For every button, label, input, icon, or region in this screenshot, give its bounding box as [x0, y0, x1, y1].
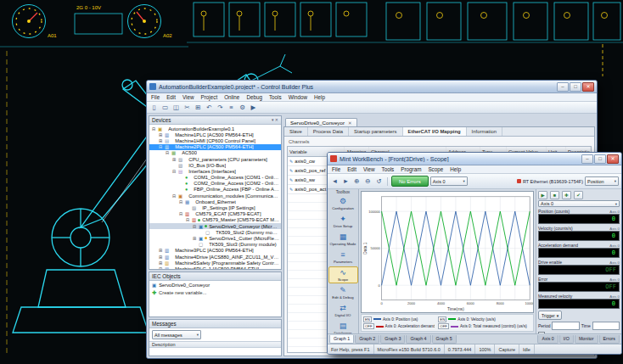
side-tab[interactable]: Errors [599, 335, 620, 344]
side-tab[interactable]: Monitor [575, 335, 598, 344]
toolbar-icon[interactable]: ► [341, 176, 351, 186]
iec-object-item[interactable]: ▣ ServoDrive0_Conveyor [149, 281, 281, 288]
scope-chart[interactable]: 0200040006000800010000050000100000Time(m… [361, 191, 534, 313]
time-input[interactable] [592, 322, 620, 330]
spy-toolbar-icon[interactable]: ▶ [538, 191, 547, 199]
toolbar-icon[interactable]: ▯ [149, 103, 159, 112]
spy-toolbar-icon[interactable]: ✔ [574, 191, 583, 199]
toolbar-icon[interactable]: ▭ [160, 103, 170, 112]
menu-item[interactable]: Program [401, 166, 421, 172]
toolbox-item[interactable]: ▦ Operating Mode [328, 231, 358, 248]
toolbar-icon[interactable]: ⊞ [194, 103, 203, 112]
tree-expander-icon[interactable]: ⊞ [171, 157, 177, 162]
legend-item[interactable]: OFF Axis 0: Acceleration demand (us/s/s) [363, 323, 435, 331]
menu-item[interactable]: Tools [382, 166, 395, 172]
editor-tab[interactable]: EtherCAT I/O Mapping [403, 127, 467, 136]
legend-enable-toggle[interactable]: OFF [438, 323, 449, 329]
tab-close-icon[interactable]: ✕ [348, 120, 352, 126]
toolbar-icon[interactable]: ⚙ [238, 103, 247, 112]
spy-toolbar-icon[interactable]: ■ [550, 191, 559, 199]
menu-item[interactable]: Edit [166, 94, 176, 100]
tree-expander-icon[interactable]: ⊟ [165, 150, 170, 155]
menu-item[interactable]: Help [450, 166, 461, 172]
legend-item[interactable]: EN Axis 0: Position (us) [363, 316, 435, 323]
menu-item[interactable]: File [332, 166, 340, 172]
menu-item[interactable]: Edit [347, 166, 356, 172]
editor-tab[interactable]: Information [467, 127, 502, 136]
legend-enable-toggle[interactable]: OFF [363, 323, 374, 329]
legend-item[interactable]: OFF Axis 0: Total measured (control) (us… [438, 323, 531, 331]
panel-controls[interactable]: ▾ ✕ [272, 117, 278, 123]
tree-item[interactable]: ⊟ ▣ ServoDrive0_Conveyor (MicroFlex e150… [149, 223, 281, 229]
spy-display-axis[interactable]: Axis 0 [609, 227, 620, 231]
tree-expander-icon[interactable]: ⊟ [192, 224, 197, 229]
side-tab[interactable]: Axis 0 [537, 335, 558, 344]
menu-item[interactable]: Tools [269, 94, 282, 100]
tree-item[interactable]: ● COM1_Online_Access [COM1 - Online Acce… [149, 175, 281, 181]
maximize-button[interactable]: □ [570, 82, 581, 92]
spy-display-axis[interactable]: Axis 0 [609, 260, 620, 265]
tree-item[interactable]: ▢ TK509_Slot3 (Dummy module) [149, 242, 281, 248]
menu-item[interactable]: View [363, 166, 375, 172]
menu-item[interactable]: File [151, 94, 160, 100]
tree-expander-icon[interactable]: ⊟ [178, 211, 183, 216]
tree-item[interactable]: ▢ TK509_Slot2 (Dummy module) [149, 229, 281, 235]
tree-item[interactable]: ⊞ ▣ ServoDrive1_Cutter (MicroFlex e150) [149, 235, 281, 241]
toolbar-icon[interactable]: ⊕ [352, 176, 362, 186]
editor-tab[interactable]: Startup parameters [349, 127, 402, 136]
graph-tab[interactable]: Graph 4 [406, 335, 430, 344]
toolbox-item[interactable]: ✦ Drive Setup [328, 213, 358, 230]
minimize-button[interactable]: – [581, 154, 593, 164]
toolbar-icon[interactable]: ↶ [205, 103, 214, 112]
tree-item[interactable]: ⊞ ▤ Machine1HMI [CP600 Control Panel] [149, 137, 281, 143]
legend-enable-toggle[interactable]: EN [363, 316, 372, 322]
mode-dropdown[interactable]: Position ▾ [585, 176, 619, 186]
tree-expander-icon[interactable]: ⊞ [158, 248, 163, 253]
menu-item[interactable]: View [182, 94, 194, 100]
toolbar-icon[interactable]: ⊖ [363, 176, 373, 186]
spy-display-axis[interactable]: Axis 0 [609, 294, 620, 299]
tree-item[interactable]: ● COM2_Online_Access [COM2 - Online Acce… [149, 181, 281, 187]
legend-item[interactable]: EN Axis 0: Velocity (us/s) [438, 316, 531, 323]
graph-tab[interactable]: Graph 3 [380, 335, 405, 344]
toolbar-icon[interactable]: ◫ [171, 103, 181, 112]
tree-expander-icon[interactable]: ⊞ [158, 138, 163, 143]
graph-tab[interactable]: Graph 1 [329, 335, 354, 344]
spy-display-axis[interactable]: Axis 0 [609, 244, 620, 248]
menu-item[interactable]: Debug [246, 94, 262, 100]
message-filter-dropdown[interactable]: All messages ▾ [152, 330, 201, 339]
tree-item[interactable]: ⊟ ▤ Interfaces [Interfaces] [149, 168, 281, 174]
menu-item[interactable]: Help [314, 94, 325, 100]
menu-item[interactable]: Window [289, 94, 307, 100]
scope-plot[interactable]: 0200040006000800010000050000100000Time(m… [362, 192, 533, 312]
graph-tab[interactable]: Graph 2 [355, 335, 379, 344]
menu-item[interactable]: Project [201, 94, 218, 100]
toolbox-item[interactable]: ⚙ Configuration [328, 195, 358, 212]
tree-expander-icon[interactable]: ⊟ [151, 126, 156, 132]
toolbox-item[interactable]: ▤ Datalogger [328, 320, 358, 333]
tree-expander-icon[interactable]: ⊞ [158, 132, 163, 137]
toolbox-item[interactable]: ✎ Edit & Debug [328, 284, 358, 301]
tree-item[interactable]: ⊟ ▥ Machine2PLC [AC500 PM564-ETH] [149, 144, 281, 150]
document-tab[interactable]: ServoDrive0_Conveyor ✕ [285, 118, 357, 126]
tree-item[interactable]: ⊞ ▧ CPU_parameters [CPU parameters] [149, 156, 281, 162]
tree-expander-icon[interactable]: ⊟ [158, 144, 163, 149]
spy-display-axis[interactable]: Axis 0 [609, 210, 620, 214]
toolbox-item[interactable]: ≡ Parameters [328, 249, 358, 266]
tree-expander-icon[interactable]: ⊟ [185, 217, 190, 222]
tree-item[interactable]: ⊟ ▦ Onboard_Ethernet [149, 199, 281, 204]
close-button[interactable]: ✕ [607, 154, 619, 164]
maximize-button[interactable]: □ [594, 154, 606, 164]
tree-expander-icon[interactable]: ⊟ [171, 169, 177, 174]
tree-item[interactable]: ⊞ ▥ Machine5Safety [Programmable Safety … [149, 260, 281, 266]
tree-expander-icon[interactable]: ⊞ [192, 236, 197, 241]
toolbox-item[interactable]: ⇄ Digital I/O [328, 302, 358, 319]
tree-expander-icon[interactable]: ⊟ [171, 193, 177, 199]
tree-item[interactable]: ⊟ ▦ AC500 [149, 150, 281, 156]
spy-toolbar-icon[interactable]: ✚ [562, 191, 571, 199]
menu-item[interactable]: Online [224, 94, 239, 100]
tree-item[interactable]: ⊞ ▥ Machine6PLC_1 [AC500 PM564-ETH] [149, 266, 281, 269]
cbp-titlebar[interactable]: AutomationBuilderExample0.project* - Con… [147, 81, 597, 93]
toolbar-icon[interactable]: ▶ [249, 103, 258, 112]
period-input[interactable] [552, 322, 579, 330]
